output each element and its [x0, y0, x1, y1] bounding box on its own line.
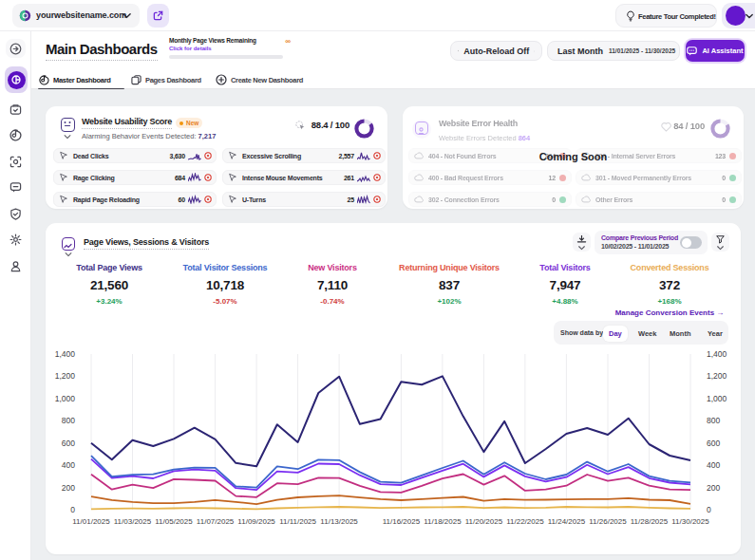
- svg-text:11/13/2025: 11/13/2025: [320, 517, 358, 526]
- svg-text:11/11/2025: 11/11/2025: [279, 517, 316, 526]
- svg-text:1,400: 1,400: [55, 349, 76, 359]
- svg-text:11/16/2025: 11/16/2025: [383, 517, 421, 526]
- svg-text:11/05/2025: 11/05/2025: [155, 517, 193, 526]
- svg-text:11/30/2025: 11/30/2025: [671, 517, 709, 526]
- svg-text:11/24/2025: 11/24/2025: [548, 517, 586, 526]
- svg-text:11/18/2025: 11/18/2025: [424, 517, 462, 526]
- svg-text:1,000: 1,000: [707, 394, 727, 403]
- svg-text:400: 400: [707, 460, 720, 470]
- svg-text:11/09/2025: 11/09/2025: [237, 517, 275, 526]
- svg-text:11/01/2025: 11/01/2025: [72, 517, 110, 526]
- svg-text:400: 400: [62, 460, 75, 470]
- svg-text:11/20/2025: 11/20/2025: [465, 517, 503, 526]
- svg-text:1,000: 1,000: [55, 394, 76, 403]
- svg-text:600: 600: [707, 439, 720, 448]
- svg-text:600: 600: [62, 439, 75, 448]
- svg-text:1,200: 1,200: [55, 371, 76, 381]
- svg-text:11/28/2025: 11/28/2025: [631, 517, 669, 526]
- svg-text:0: 0: [70, 505, 75, 514]
- svg-text:1,400: 1,400: [707, 349, 727, 359]
- svg-text:1,200: 1,200: [707, 371, 727, 381]
- svg-text:0: 0: [707, 505, 711, 514]
- svg-text:800: 800: [62, 416, 75, 425]
- svg-text:200: 200: [707, 483, 720, 493]
- svg-text:11/07/2025: 11/07/2025: [197, 517, 235, 526]
- svg-text:11/26/2025: 11/26/2025: [589, 517, 627, 526]
- svg-text:800: 800: [707, 416, 720, 425]
- svg-text:11/22/2025: 11/22/2025: [506, 517, 544, 526]
- svg-text:200: 200: [62, 483, 75, 493]
- svg-text:11/03/2025: 11/03/2025: [114, 517, 152, 526]
